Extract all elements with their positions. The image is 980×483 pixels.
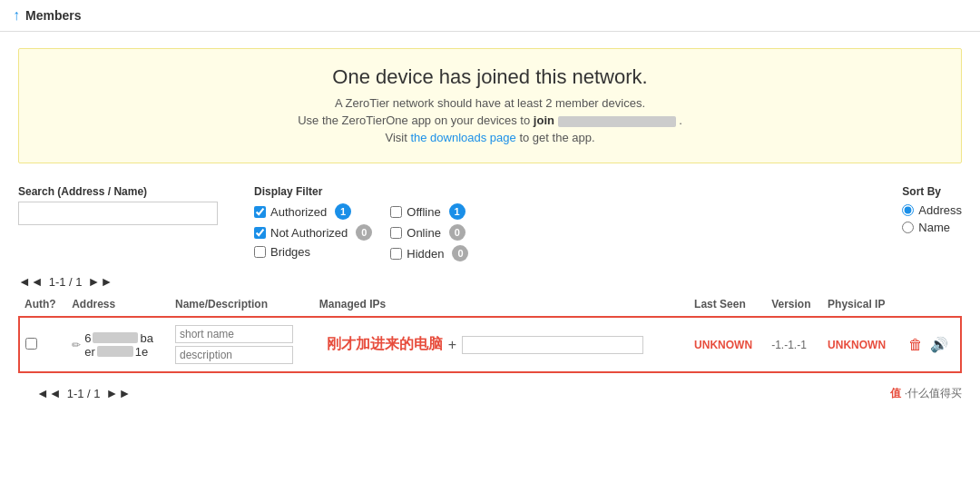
edit-icon[interactable]: ✏	[72, 339, 81, 351]
managed-ips-cell: 刚才加进来的电脑 +	[314, 317, 689, 372]
col-physical-ip: Physical IP	[822, 294, 899, 317]
sort-address-label: Address	[918, 203, 962, 217]
address-blurred-1	[93, 332, 138, 343]
sort-title: Sort By	[902, 185, 962, 198]
filter-online[interactable]: Online 0	[390, 224, 468, 241]
notice-download-line: Visit the downloads page to get the app.	[41, 131, 939, 144]
notice-subtitle: A ZeroTier network should have at least …	[41, 96, 939, 110]
sort-address[interactable]: Address	[902, 203, 962, 217]
bottom-next-next-btn[interactable]: ►►	[106, 386, 132, 400]
filter-authorized[interactable]: Authorized 1	[254, 203, 372, 220]
filter-online-badge: 0	[449, 224, 466, 241]
pagination-bottom: ◄◄ 1-1 / 1 ►►	[18, 380, 149, 406]
col-name-desc: Name/Description	[170, 294, 314, 317]
table-wrapper: Auth? Address Name/Description Managed I…	[0, 294, 980, 373]
col-managed-ips: Managed IPs	[314, 294, 689, 317]
filter-online-label: Online	[407, 226, 441, 240]
last-seen-value: UNKNOWN	[694, 339, 752, 351]
auth-checkbox[interactable]	[25, 338, 37, 350]
table-row: ✏ 6 ba er 1e	[19, 317, 961, 372]
filter-authorized-badge: 1	[335, 203, 351, 220]
filter-online-checkbox[interactable]	[390, 227, 402, 239]
sort-section: Sort By Address Name	[902, 185, 962, 238]
downloads-link[interactable]: the downloads page	[410, 131, 515, 144]
address2-prefix: er	[84, 345, 95, 359]
watermark-text: ·什么值得买	[905, 386, 962, 401]
bottom-bar: ◄◄ 1-1 / 1 ►► 值 ·什么值得买	[0, 377, 980, 409]
filter-bridges-checkbox[interactable]	[254, 246, 266, 258]
filter-offline-badge: 1	[449, 203, 466, 220]
notice-box: One device has joined this network. A Ze…	[18, 48, 962, 163]
shield-button[interactable]: 🔊	[930, 336, 948, 353]
col-last-seen: Last Seen	[689, 294, 766, 317]
col-version: Version	[766, 294, 822, 317]
filter-not-authorized-checkbox[interactable]	[254, 227, 266, 239]
physical-ip-value: UNKNOWN	[828, 339, 886, 351]
header: ↑ Members	[0, 0, 980, 32]
watermark: 值 ·什么值得买	[890, 386, 962, 401]
network-id-blurred	[558, 116, 676, 127]
col-actions	[899, 294, 961, 317]
members-arrow-icon: ↑	[13, 7, 20, 24]
filter-authorized-label: Authorized	[270, 205, 327, 219]
filter-hidden-label: Hidden	[407, 247, 444, 261]
col-address: Address	[66, 294, 170, 317]
sort-address-radio[interactable]	[902, 204, 914, 216]
address-prefix: 6	[84, 331, 91, 345]
filter-bridges-label: Bridges	[270, 245, 310, 259]
filter-offline-label: Offline	[407, 205, 440, 219]
header-title: Members	[25, 8, 81, 23]
pagination-top: ◄◄ 1-1 / 1 ►►	[0, 269, 980, 294]
name-desc-cell	[170, 317, 314, 372]
bottom-prev-prev-btn[interactable]: ◄◄	[36, 386, 62, 400]
next-next-btn[interactable]: ►►	[88, 274, 113, 289]
filter-offline-checkbox[interactable]	[390, 206, 402, 218]
notice-heading: One device has joined this network.	[41, 65, 939, 89]
filter-col-1: Authorized 1 Not Authorized 0 Bridges	[254, 203, 372, 261]
physical-ip-cell: UNKNOWN	[822, 317, 899, 372]
pagination-info: 1-1 / 1	[49, 275, 83, 289]
sort-name[interactable]: Name	[902, 221, 962, 234]
watermark-logo: 值	[890, 386, 901, 401]
last-seen-cell: UNKNOWN	[689, 317, 766, 372]
search-label: Search (Address / Name)	[18, 185, 218, 198]
filter-not-authorized[interactable]: Not Authorized 0	[254, 224, 372, 241]
add-ip-button[interactable]: +	[448, 337, 456, 353]
sort-name-label: Name	[918, 221, 950, 234]
bottom-pagination-info: 1-1 / 1	[67, 387, 101, 400]
actions-cell: 🗑 🔊	[899, 317, 961, 372]
filter-hidden[interactable]: Hidden 0	[390, 245, 468, 261]
filter-not-authorized-badge: 0	[356, 224, 372, 241]
chinese-label: 刚才加进来的电脑	[327, 335, 443, 354]
filter-bridges[interactable]: Bridges	[254, 245, 372, 259]
version-cell: -1.-1.-1	[766, 317, 822, 372]
filter-col-2: Offline 1 Online 0 Hidden 0	[390, 203, 468, 261]
filter-hidden-badge: 0	[452, 245, 468, 261]
prev-prev-btn[interactable]: ◄◄	[18, 274, 44, 289]
address-cell: ✏ 6 ba er 1e	[66, 317, 170, 372]
col-auth: Auth?	[19, 294, 66, 317]
sort-name-radio[interactable]	[902, 222, 914, 233]
version-value: -1.-1.-1	[771, 339, 807, 351]
description-input[interactable]	[175, 346, 293, 364]
address-suffix: ba	[140, 331, 152, 345]
display-filter-section: Display Filter Authorized 1 Not Authoriz…	[254, 185, 866, 261]
filter-authorized-checkbox[interactable]	[254, 206, 266, 218]
controls-row: Search (Address / Name) Display Filter A…	[0, 176, 980, 269]
members-table: Auth? Address Name/Description Managed I…	[18, 294, 962, 373]
notice-join-line: Use the ZeroTierOne app on your devices …	[41, 113, 939, 127]
search-input[interactable]	[18, 202, 218, 225]
delete-button[interactable]: 🗑	[908, 337, 923, 353]
filter-hidden-checkbox[interactable]	[390, 248, 402, 260]
filter-title: Display Filter	[254, 185, 866, 198]
filter-not-authorized-label: Not Authorized	[270, 226, 348, 240]
auth-cell	[19, 317, 66, 372]
short-name-input[interactable]	[175, 325, 293, 343]
address2-suffix: 1e	[135, 345, 148, 359]
filter-offline[interactable]: Offline 1	[390, 203, 468, 220]
managed-ip-input[interactable]	[462, 336, 643, 354]
search-section: Search (Address / Name)	[18, 185, 218, 225]
address-blurred-2	[97, 346, 133, 357]
